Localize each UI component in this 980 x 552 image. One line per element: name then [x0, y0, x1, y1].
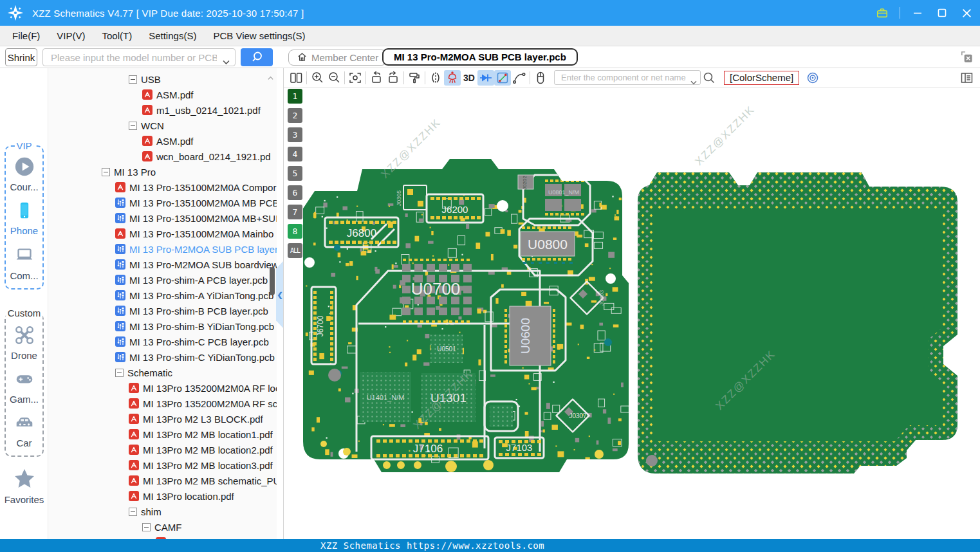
vip-briefcase-icon[interactable]: [875, 6, 889, 20]
mirror-flip-icon[interactable]: [427, 70, 444, 86]
file-tree-panel: USBASM.pdfm1_usb_0214_1021.pdfWCNASM.pdf…: [48, 68, 277, 539]
menu-item-toolt[interactable]: Tool(T): [94, 26, 141, 46]
sidebar-item-car[interactable]: Car: [6, 412, 42, 448]
layer-button-all[interactable]: ALL: [288, 243, 302, 258]
collapse-icon[interactable]: [129, 122, 137, 130]
tree-item[interactable]: MI 13Pro M2 MB location1.pdf: [48, 427, 277, 442]
model-search-combo[interactable]: [42, 48, 236, 66]
tree-item[interactable]: MI 13Pro 135200M2M0A RF loc: [48, 380, 277, 396]
collapse-icon[interactable]: [142, 523, 151, 531]
net-search-combo[interactable]: [554, 70, 701, 85]
tree-item[interactable]: MI 13 Pro-shim-B PCB layer.pcb: [48, 303, 277, 318]
close-button[interactable]: [959, 6, 974, 20]
menu-item-vipv[interactable]: VIP(V): [48, 26, 93, 46]
scroll-up-icon[interactable]: [268, 71, 273, 83]
split-view-icon[interactable]: [288, 70, 304, 86]
layer-button-7[interactable]: 7: [288, 205, 302, 219]
sidebar-item-drone[interactable]: Drone: [6, 324, 42, 361]
sidebar-item-gam[interactable]: Gam...: [6, 368, 42, 405]
maximize-button[interactable]: [935, 6, 949, 20]
close-document-icon[interactable]: [959, 50, 974, 67]
pcb-board-render[interactable]: U0700U0800U0600U1301U1401_N/MU0501U0801_…: [284, 87, 980, 539]
tree-item[interactable]: wcn_board_0214_1921.pd: [48, 149, 277, 164]
eye-icon[interactable]: [806, 71, 820, 85]
collapse-icon[interactable]: [129, 75, 137, 84]
pdf-file-icon: [129, 383, 139, 393]
tree-item[interactable]: MI 13 Pro-M2MOA SUB boardview: [48, 257, 277, 272]
tree-item[interactable]: m1_usb_0214_1021.pdf: [48, 102, 277, 118]
curve-icon[interactable]: [511, 70, 528, 86]
sidebar-item-favorites[interactable]: Favorites: [0, 467, 48, 505]
tree-scrollbar[interactable]: [270, 68, 275, 539]
tree-item[interactable]: MI 13Pro M2 MB location2.pdf: [48, 442, 277, 457]
mouse-icon[interactable]: [532, 70, 549, 86]
layer-button-8[interactable]: 8: [288, 224, 302, 239]
layer-button-5[interactable]: 5: [288, 166, 302, 181]
rotate-right-icon[interactable]: [385, 70, 402, 86]
tree-item[interactable]: MI 13 Pro-shim-C PCB layer.pcb: [48, 334, 277, 349]
component-label-j0202: J0202: [522, 176, 528, 190]
diode-icon[interactable]: [477, 70, 494, 86]
tree-item[interactable]: WCN: [48, 118, 277, 133]
layer-button-1[interactable]: 1: [288, 89, 302, 104]
document-tab[interactable]: MI 13 Pro-M2MOA SUB PCB layer.pcb: [382, 48, 578, 66]
tree-item[interactable]: MI 13Pro location.pdf: [48, 488, 277, 504]
shrink-button[interactable]: Shrink: [5, 48, 37, 66]
tree-item[interactable]: MI 13 Pro: [48, 164, 277, 179]
tree-item[interactable]: MI 13Pro 135200M2M0A RF sch: [48, 396, 277, 411]
layer-button-4[interactable]: 4: [288, 147, 302, 161]
sidebar-item-cour[interactable]: Cour...: [6, 156, 42, 192]
collapse-icon[interactable]: [102, 168, 110, 176]
model-search-input[interactable]: [50, 51, 218, 64]
chevron-down-icon[interactable]: [690, 76, 697, 87]
tree-item[interactable]: MI 13 Pro-135100M2M0A MB PCB: [48, 195, 277, 210]
tree-item[interactable]: MI 13Pro M2 MB schematic_PU: [48, 473, 277, 488]
tree-item[interactable]: MI 13Pro M2 MB location3.pdf: [48, 457, 277, 473]
search-button[interactable]: [241, 48, 273, 66]
member-center-button[interactable]: Member Center: [288, 50, 387, 66]
rotate-left-icon[interactable]: [368, 70, 385, 86]
tree-item[interactable]: MI 13 Pro-135100M2M0A Compor: [48, 179, 277, 195]
menu-item-pcbviewsettingss[interactable]: PCB View settings(S): [205, 26, 313, 46]
colorscheme-button[interactable]: [ColorScheme]: [724, 71, 799, 85]
tree-item[interactable]: USB: [48, 71, 277, 87]
collapse-icon[interactable]: [129, 508, 137, 516]
sidebar-item-com[interactable]: Com...: [6, 244, 42, 281]
chevron-down-icon[interactable]: [223, 56, 230, 68]
menu-item-settingss[interactable]: Settings(S): [140, 26, 205, 46]
net-search-input[interactable]: [560, 72, 687, 83]
tree-item[interactable]: MI 13 Pro-shim-A YiDianTong.pcb: [48, 288, 277, 303]
watermark-text: XZZ@XZZHK: [692, 103, 757, 167]
fit-screen-icon[interactable]: [347, 70, 364, 86]
tree-item[interactable]: shim: [48, 504, 277, 519]
tree-item[interactable]: ASM.pdf: [48, 87, 277, 102]
layer-button-2[interactable]: 2: [288, 108, 302, 123]
minimize-button[interactable]: [911, 6, 925, 20]
measure-icon[interactable]: [494, 70, 511, 86]
tree-item[interactable]: MI 13 Pro-shim-C YiDianTong.pcb: [48, 349, 277, 365]
tree-item[interactable]: Schematic: [48, 365, 277, 380]
tree-item[interactable]: 4881000033KX_DSN.pdf: [48, 535, 277, 539]
zoom-out-icon[interactable]: [326, 70, 342, 86]
net-search-icon[interactable]: [701, 70, 717, 86]
zoom-in-icon[interactable]: [309, 70, 326, 86]
collapse-icon[interactable]: [115, 369, 124, 377]
tree-item[interactable]: MI 13 Pro-M2MOA SUB PCB layer.p: [48, 241, 277, 257]
tree-item[interactable]: MI 13 Pro-shim-B YiDianTong.pcb: [48, 318, 277, 334]
paint-roller-icon[interactable]: [406, 70, 423, 86]
scrollbar-thumb[interactable]: [270, 267, 275, 295]
menu-item-filef[interactable]: File(F): [4, 26, 48, 46]
tree-item[interactable]: CAMF: [48, 519, 277, 535]
tree-item[interactable]: MI 13 Pro-shim-A PCB layer.pcb: [48, 272, 277, 288]
sidebar-item-phone[interactable]: Phone: [6, 199, 42, 236]
tree-item[interactable]: MI 13Pro M2 L3 BLOCK.pdf: [48, 411, 277, 427]
pcb-canvas[interactable]: 12345678ALL: [284, 87, 980, 539]
layer-button-3[interactable]: 3: [288, 127, 302, 142]
layer-button-6[interactable]: 6: [288, 185, 302, 200]
3d-view-button[interactable]: 3D: [461, 70, 477, 86]
tree-item[interactable]: MI 13 Pro-135100M2M0A Mainbo: [48, 226, 277, 241]
layer-panel-icon[interactable]: [959, 71, 974, 85]
net-lamp-icon[interactable]: [444, 70, 461, 86]
tree-item[interactable]: MI 13 Pro-135100M2M0A MB+SUI: [48, 210, 277, 226]
tree-item[interactable]: ASM.pdf: [48, 133, 277, 149]
